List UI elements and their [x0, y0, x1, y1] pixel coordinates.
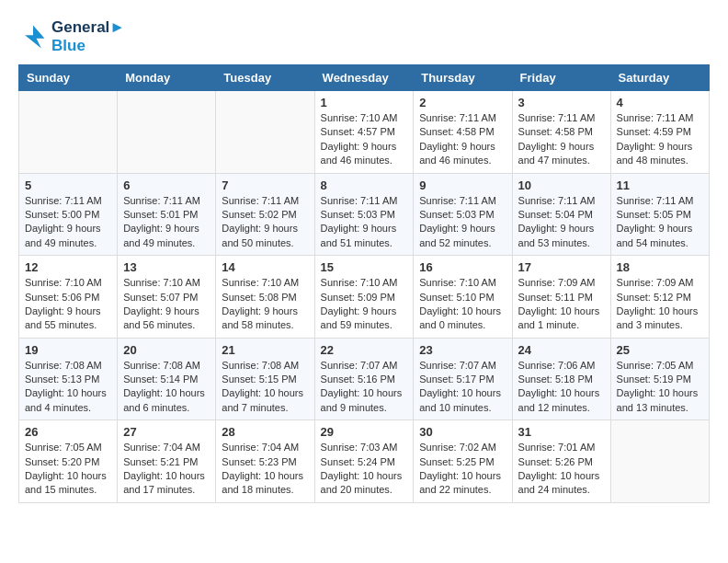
day-number: 7: [222, 178, 308, 192]
day-info: Sunrise: 7:07 AM Sunset: 5:17 PM Dayligh…: [419, 359, 506, 416]
day-info: Sunrise: 7:07 AM Sunset: 5:16 PM Dayligh…: [321, 359, 408, 416]
day-info: Sunrise: 7:11 AM Sunset: 5:03 PM Dayligh…: [321, 194, 408, 251]
day-info: Sunrise: 7:08 AM Sunset: 5:15 PM Dayligh…: [222, 359, 308, 416]
calendar-cell: 31Sunrise: 7:01 AM Sunset: 5:26 PM Dayli…: [512, 420, 610, 503]
calendar-cell: 30Sunrise: 7:02 AM Sunset: 5:25 PM Dayli…: [414, 420, 512, 503]
day-number: 12: [25, 260, 111, 274]
day-number: 4: [617, 96, 703, 109]
day-info: Sunrise: 7:05 AM Sunset: 5:19 PM Dayligh…: [617, 359, 703, 416]
column-header-saturday: Saturday: [610, 65, 709, 91]
calendar-cell: 1Sunrise: 7:10 AM Sunset: 4:57 PM Daylig…: [314, 91, 414, 174]
calendar-header-row: SundayMondayTuesdayWednesdayThursdayFrid…: [19, 65, 710, 91]
day-info: Sunrise: 7:11 AM Sunset: 5:02 PM Dayligh…: [222, 194, 308, 251]
logo-icon: [18, 22, 48, 52]
calendar-week-row: 5Sunrise: 7:11 AM Sunset: 5:00 PM Daylig…: [19, 173, 710, 256]
day-number: 17: [518, 260, 605, 274]
day-info: Sunrise: 7:10 AM Sunset: 5:06 PM Dayligh…: [25, 276, 111, 333]
column-header-tuesday: Tuesday: [216, 65, 314, 91]
calendar-cell: 29Sunrise: 7:03 AM Sunset: 5:24 PM Dayli…: [314, 420, 414, 503]
calendar-week-row: 1Sunrise: 7:10 AM Sunset: 4:57 PM Daylig…: [19, 91, 710, 174]
day-number: 1: [321, 96, 408, 109]
day-info: Sunrise: 7:04 AM Sunset: 5:21 PM Dayligh…: [123, 441, 210, 498]
day-info: Sunrise: 7:06 AM Sunset: 5:18 PM Dayligh…: [518, 359, 605, 416]
day-info: Sunrise: 7:04 AM Sunset: 5:23 PM Dayligh…: [222, 441, 308, 498]
day-info: Sunrise: 7:09 AM Sunset: 5:11 PM Dayligh…: [518, 276, 605, 333]
day-info: Sunrise: 7:08 AM Sunset: 5:13 PM Dayligh…: [25, 359, 111, 416]
column-header-wednesday: Wednesday: [314, 65, 414, 91]
column-header-sunday: Sunday: [19, 65, 118, 91]
calendar-cell: 21Sunrise: 7:08 AM Sunset: 5:15 PM Dayli…: [216, 338, 314, 420]
calendar-table: SundayMondayTuesdayWednesdayThursdayFrid…: [18, 64, 710, 503]
day-number: 9: [419, 178, 506, 192]
calendar-cell: 7Sunrise: 7:11 AM Sunset: 5:02 PM Daylig…: [216, 173, 314, 256]
calendar-cell: 20Sunrise: 7:08 AM Sunset: 5:14 PM Dayli…: [118, 338, 216, 420]
calendar-cell: 18Sunrise: 7:09 AM Sunset: 5:12 PM Dayli…: [610, 256, 709, 339]
calendar-cell: 2Sunrise: 7:11 AM Sunset: 4:58 PM Daylig…: [414, 91, 512, 174]
calendar-cell: 25Sunrise: 7:05 AM Sunset: 5:19 PM Dayli…: [610, 338, 709, 420]
calendar-cell: 8Sunrise: 7:11 AM Sunset: 5:03 PM Daylig…: [314, 173, 414, 256]
day-number: 23: [419, 343, 506, 357]
calendar-cell: 28Sunrise: 7:04 AM Sunset: 5:23 PM Dayli…: [216, 420, 314, 503]
day-number: 27: [123, 425, 210, 439]
calendar-cell: 9Sunrise: 7:11 AM Sunset: 5:03 PM Daylig…: [414, 173, 512, 256]
calendar-week-row: 19Sunrise: 7:08 AM Sunset: 5:13 PM Dayli…: [19, 338, 710, 420]
calendar-cell: [118, 91, 216, 174]
calendar-cell: 10Sunrise: 7:11 AM Sunset: 5:04 PM Dayli…: [512, 173, 610, 256]
day-number: 28: [222, 425, 308, 439]
calendar-cell: 13Sunrise: 7:10 AM Sunset: 5:07 PM Dayli…: [118, 256, 216, 339]
calendar-week-row: 26Sunrise: 7:05 AM Sunset: 5:20 PM Dayli…: [19, 420, 710, 503]
day-number: 2: [419, 96, 506, 109]
column-header-monday: Monday: [118, 65, 216, 91]
calendar-cell: 11Sunrise: 7:11 AM Sunset: 5:05 PM Dayli…: [610, 173, 709, 256]
calendar-week-row: 12Sunrise: 7:10 AM Sunset: 5:06 PM Dayli…: [19, 256, 710, 339]
calendar-cell: 16Sunrise: 7:10 AM Sunset: 5:10 PM Dayli…: [414, 256, 512, 339]
day-info: Sunrise: 7:03 AM Sunset: 5:24 PM Dayligh…: [321, 441, 408, 498]
day-number: 14: [222, 260, 308, 274]
day-info: Sunrise: 7:10 AM Sunset: 5:10 PM Dayligh…: [419, 276, 506, 333]
calendar-cell: 22Sunrise: 7:07 AM Sunset: 5:16 PM Dayli…: [314, 338, 414, 420]
calendar-cell: 12Sunrise: 7:10 AM Sunset: 5:06 PM Dayli…: [19, 256, 118, 339]
calendar-cell: 14Sunrise: 7:10 AM Sunset: 5:08 PM Dayli…: [216, 256, 314, 339]
day-number: 13: [123, 260, 210, 274]
column-header-thursday: Thursday: [414, 65, 512, 91]
day-number: 19: [25, 343, 111, 357]
calendar-cell: 26Sunrise: 7:05 AM Sunset: 5:20 PM Dayli…: [19, 420, 118, 503]
day-number: 21: [222, 343, 308, 357]
svg-marker-0: [25, 26, 44, 49]
day-info: Sunrise: 7:11 AM Sunset: 4:58 PM Dayligh…: [518, 111, 605, 168]
day-number: 18: [617, 260, 703, 274]
calendar-cell: 23Sunrise: 7:07 AM Sunset: 5:17 PM Dayli…: [414, 338, 512, 420]
day-info: Sunrise: 7:02 AM Sunset: 5:25 PM Dayligh…: [419, 441, 506, 498]
day-info: Sunrise: 7:11 AM Sunset: 4:58 PM Dayligh…: [419, 111, 506, 168]
day-number: 29: [321, 425, 408, 439]
calendar-cell: 17Sunrise: 7:09 AM Sunset: 5:11 PM Dayli…: [512, 256, 610, 339]
column-header-friday: Friday: [512, 65, 610, 91]
day-number: 26: [25, 425, 111, 439]
logo-text: General► Blue: [51, 18, 125, 55]
calendar-cell: [216, 91, 314, 174]
day-number: 8: [321, 178, 408, 192]
day-info: Sunrise: 7:11 AM Sunset: 5:01 PM Dayligh…: [123, 194, 210, 251]
calendar-cell: 4Sunrise: 7:11 AM Sunset: 4:59 PM Daylig…: [610, 91, 709, 174]
day-info: Sunrise: 7:05 AM Sunset: 5:20 PM Dayligh…: [25, 441, 111, 498]
calendar-cell: 15Sunrise: 7:10 AM Sunset: 5:09 PM Dayli…: [314, 256, 414, 339]
calendar-cell: [610, 420, 709, 503]
calendar-cell: 27Sunrise: 7:04 AM Sunset: 5:21 PM Dayli…: [118, 420, 216, 503]
logo: General► Blue: [18, 18, 125, 55]
day-info: Sunrise: 7:10 AM Sunset: 5:07 PM Dayligh…: [123, 276, 210, 333]
day-number: 15: [321, 260, 408, 274]
calendar-cell: 3Sunrise: 7:11 AM Sunset: 4:58 PM Daylig…: [512, 91, 610, 174]
day-number: 6: [123, 178, 210, 192]
day-info: Sunrise: 7:11 AM Sunset: 4:59 PM Dayligh…: [617, 111, 703, 168]
calendar-cell: 24Sunrise: 7:06 AM Sunset: 5:18 PM Dayli…: [512, 338, 610, 420]
day-number: 24: [518, 343, 605, 357]
day-number: 20: [123, 343, 210, 357]
day-number: 30: [419, 425, 506, 439]
day-number: 25: [617, 343, 703, 357]
day-info: Sunrise: 7:10 AM Sunset: 5:09 PM Dayligh…: [321, 276, 408, 333]
day-number: 10: [518, 178, 605, 192]
day-number: 3: [518, 96, 605, 109]
day-info: Sunrise: 7:10 AM Sunset: 5:08 PM Dayligh…: [222, 276, 308, 333]
day-info: Sunrise: 7:11 AM Sunset: 5:04 PM Dayligh…: [518, 194, 605, 251]
day-info: Sunrise: 7:11 AM Sunset: 5:05 PM Dayligh…: [617, 194, 703, 251]
